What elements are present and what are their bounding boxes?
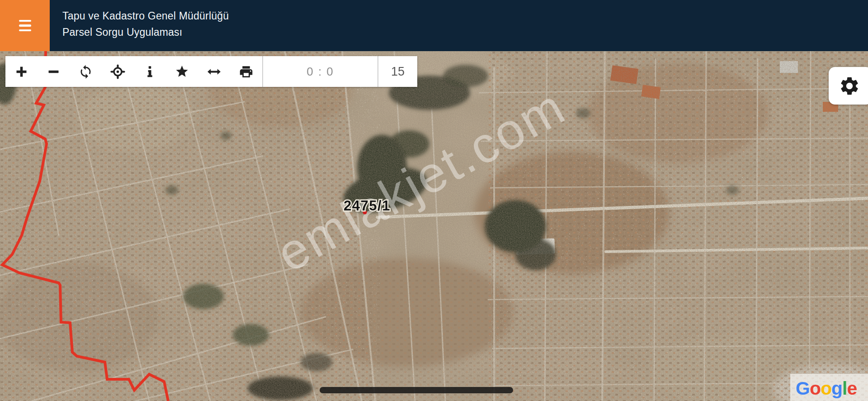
refresh-button[interactable] <box>70 56 102 87</box>
printer-icon <box>239 64 254 79</box>
google-logo-text: Google <box>796 378 857 399</box>
settings-button[interactable] <box>829 67 868 105</box>
plus-icon <box>14 64 29 79</box>
agency-title: Tapu ve Kadastro Genel Müdürlüğü <box>62 8 229 24</box>
refresh-icon <box>78 64 93 79</box>
favorite-button[interactable] <box>166 56 198 87</box>
horizontal-arrow-icon <box>207 64 222 79</box>
zoom-in-button[interactable] <box>5 56 38 87</box>
parcel-label: 2475/1 <box>344 198 391 214</box>
print-button[interactable] <box>230 56 262 87</box>
info-icon <box>142 64 157 79</box>
minus-icon <box>46 64 61 79</box>
locate-button[interactable] <box>102 56 134 87</box>
google-logo[interactable]: Google <box>796 378 857 398</box>
app-subtitle: Parsel Sorgu Uygulaması <box>62 24 229 40</box>
measure-button[interactable] <box>198 56 230 87</box>
coordinate-display: 0 : 0 <box>263 56 377 87</box>
crosshair-icon <box>110 64 125 79</box>
app-title: Tapu ve Kadastro Genel Müdürlüğü Parsel … <box>50 0 229 51</box>
zoom-level-display: 15 <box>378 56 417 87</box>
map-toolbar: 0 : 0 15 <box>5 56 417 87</box>
gear-icon <box>839 75 860 97</box>
hamburger-icon <box>19 20 31 32</box>
menu-button[interactable] <box>0 0 50 51</box>
star-icon <box>175 64 189 79</box>
zoom-out-button[interactable] <box>38 56 70 87</box>
drag-indicator[interactable] <box>320 387 513 393</box>
info-button[interactable] <box>134 56 166 87</box>
app-header: Tapu ve Kadastro Genel Müdürlüğü Parsel … <box>0 0 868 51</box>
